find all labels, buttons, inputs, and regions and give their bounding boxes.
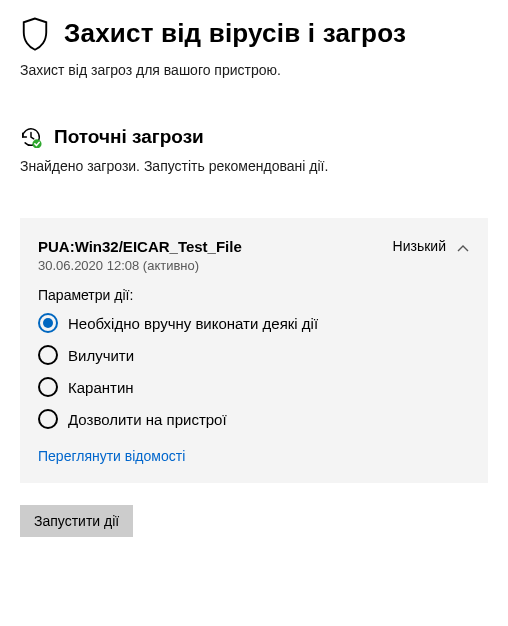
page-header: Захист від вірусів і загроз bbox=[20, 16, 488, 50]
radio-icon bbox=[38, 345, 58, 365]
current-threats-heading: Поточні загрози bbox=[54, 126, 204, 148]
action-option-label: Вилучити bbox=[68, 347, 134, 364]
action-option-label: Карантин bbox=[68, 379, 134, 396]
page-title: Захист від вірусів і загроз bbox=[64, 18, 406, 49]
chevron-up-icon bbox=[456, 241, 470, 251]
view-details-link[interactable]: Переглянути відомості bbox=[38, 448, 185, 464]
threat-card: PUA:Win32/EICAR_Test_File 30.06.2020 12:… bbox=[20, 218, 488, 483]
page-subtitle: Захист від загроз для вашого пристрою. bbox=[20, 62, 488, 78]
action-option-allow[interactable]: Дозволити на пристрої bbox=[38, 409, 470, 429]
severity-toggle[interactable]: Низький bbox=[393, 238, 470, 254]
svg-point-0 bbox=[32, 139, 41, 148]
action-option-label: Необхідно вручну виконати деякі дії bbox=[68, 315, 318, 332]
action-option-remove[interactable]: Вилучити bbox=[38, 345, 470, 365]
threat-title-block: PUA:Win32/EICAR_Test_File 30.06.2020 12:… bbox=[38, 238, 393, 273]
radio-icon bbox=[38, 377, 58, 397]
radio-icon bbox=[38, 409, 58, 429]
action-options-list: Необхідно вручну виконати деякі дії Вилу… bbox=[38, 313, 470, 429]
current-threats-header: Поточні загрози bbox=[20, 126, 488, 148]
action-option-quarantine[interactable]: Карантин bbox=[38, 377, 470, 397]
severity-label: Низький bbox=[393, 238, 446, 254]
threat-timestamp: 30.06.2020 12:08 (активно) bbox=[38, 258, 393, 273]
action-option-label: Дозволити на пристрої bbox=[68, 411, 227, 428]
action-params-label: Параметри дії: bbox=[38, 287, 470, 303]
current-threats-subtitle: Знайдено загрози. Запустіть рекомендован… bbox=[20, 158, 488, 174]
threat-card-header: PUA:Win32/EICAR_Test_File 30.06.2020 12:… bbox=[38, 238, 470, 273]
radio-icon bbox=[38, 313, 58, 333]
shield-icon bbox=[20, 16, 50, 50]
action-option-manual[interactable]: Необхідно вручну виконати деякі дії bbox=[38, 313, 470, 333]
run-actions-button[interactable]: Запустити дії bbox=[20, 505, 133, 537]
history-badge-icon bbox=[20, 126, 42, 148]
threat-name: PUA:Win32/EICAR_Test_File bbox=[38, 238, 393, 255]
